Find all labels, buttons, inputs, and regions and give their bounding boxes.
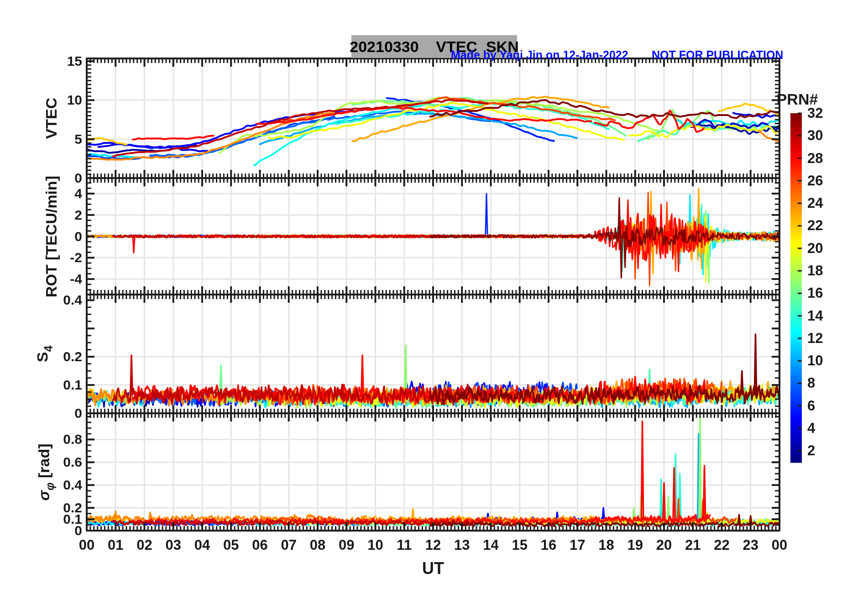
x-tick-label: 19 xyxy=(627,537,643,553)
y-tick-label-rot: 2 xyxy=(74,207,82,223)
x-tick-label: 04 xyxy=(194,537,210,553)
x-tick-label: 01 xyxy=(108,537,123,553)
x-tick-label: 07 xyxy=(281,537,297,553)
made-by-note: Made by Yaqi Jin on 12-Jan-2022 xyxy=(451,48,628,62)
x-tick-label: 02 xyxy=(136,537,152,553)
x-tick-label: 17 xyxy=(570,537,585,553)
y-tick-label-vtec: 15 xyxy=(67,53,82,69)
x-tick-label: 23 xyxy=(743,537,758,553)
not-for-publication-note: NOT FOR PUBLICATION xyxy=(652,48,783,62)
y-tick-label-sp: 0.6 xyxy=(63,454,82,470)
y-tick-label-rot: -2 xyxy=(70,250,82,265)
colorbar-tick-label: 4 xyxy=(807,420,815,437)
colorbar-tick-label: 22 xyxy=(807,217,823,234)
y-tick-label-rot: -4 xyxy=(70,271,82,287)
y-tick-label-s4: 0.4 xyxy=(63,292,82,308)
y-tick-label-s4: 0.2 xyxy=(63,349,82,364)
x-tick-label: 09 xyxy=(339,537,354,553)
y-tick-label-vtec: 10 xyxy=(67,92,82,108)
colorbar-tick-label: 32 xyxy=(807,105,823,121)
plot-canvas xyxy=(0,0,868,590)
colorbar-tick-label: 18 xyxy=(807,263,823,279)
colorbar-tick-label: 30 xyxy=(807,127,823,144)
x-tick-label: 00 xyxy=(79,537,94,553)
x-axis-title: UT xyxy=(422,559,444,578)
x-tick-label: 11 xyxy=(397,537,412,553)
colorbar-tick-label: 6 xyxy=(807,398,815,414)
colorbar-tick-label: 24 xyxy=(807,195,823,211)
colorbar-tick-label: 8 xyxy=(807,375,815,391)
y-axis-title-vtec: VTEC xyxy=(42,98,60,139)
colorbar-tick-label: 12 xyxy=(807,330,823,347)
colorbar-tick-label: 16 xyxy=(807,285,823,301)
y-tick-label-rot: 0 xyxy=(74,229,82,244)
y-tick-label-sp: 0.2 xyxy=(63,500,82,516)
x-tick-label: 20 xyxy=(656,537,672,553)
colorbar-tick-label: 28 xyxy=(807,150,823,167)
colorbar-tick-label: 14 xyxy=(807,308,823,324)
y-tick-label-s4: 0.1 xyxy=(63,377,82,393)
y-axis-title-sp: σφ [rad] xyxy=(35,443,57,500)
x-tick-label: 13 xyxy=(454,537,470,553)
x-tick-label: 16 xyxy=(541,537,556,553)
y-axis-title-s4: S4 xyxy=(34,346,55,363)
y-tick-label-vtec: 5 xyxy=(74,132,82,147)
x-tick-label: 08 xyxy=(310,537,325,553)
y-tick-label-rot: 4 xyxy=(74,186,82,201)
x-tick-label: 05 xyxy=(223,537,239,553)
y-tick-label-sp: 0.8 xyxy=(63,432,82,447)
x-tick-label: 03 xyxy=(166,537,181,553)
colorbar-tick-label: 2 xyxy=(807,442,815,459)
figure: 20210330 VTEC SKN Made by Yaqi Jin on 12… xyxy=(0,0,868,590)
x-tick-label: 14 xyxy=(483,537,498,553)
y-axis-title-rot: ROT [TECU/min] xyxy=(42,175,60,297)
x-tick-label: 21 xyxy=(685,537,701,553)
x-tick-label: 18 xyxy=(598,537,614,553)
x-tick-label: 12 xyxy=(425,537,441,553)
x-tick-label: 15 xyxy=(512,537,528,553)
x-tick-label: 10 xyxy=(367,537,383,553)
y-tick-label-sp: 0.4 xyxy=(63,477,82,493)
x-tick-label: 06 xyxy=(252,537,267,553)
y-tick-label-vtec: 0 xyxy=(74,170,82,186)
y-tick-label-s4: 0 xyxy=(74,406,82,421)
colorbar-tick-label: 20 xyxy=(807,240,823,257)
x-tick-label: 00 xyxy=(772,537,787,553)
x-tick-label: 22 xyxy=(714,537,729,553)
colorbar-tick-label: 26 xyxy=(807,173,823,189)
colorbar-tick-label: 10 xyxy=(807,353,823,369)
